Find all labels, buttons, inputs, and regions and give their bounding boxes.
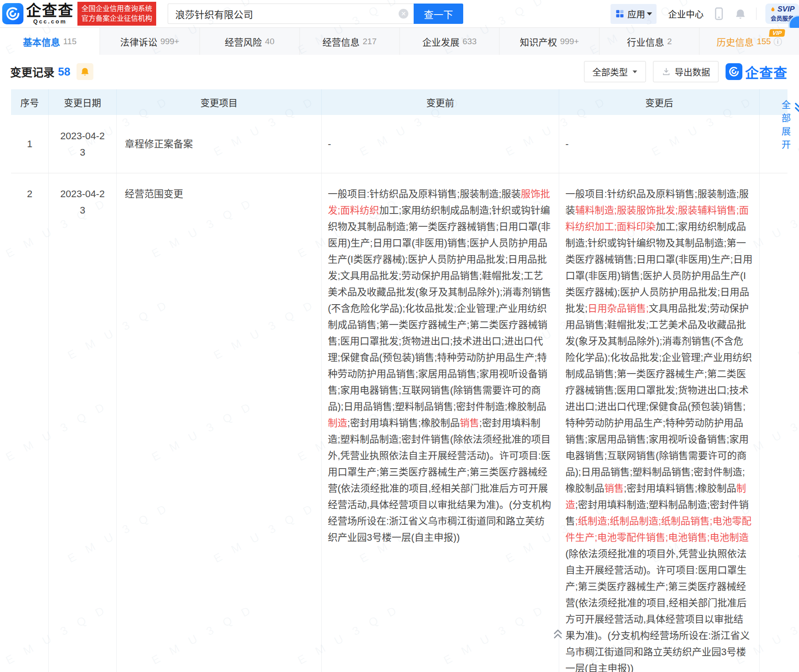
- header-right: 应用 企业中心 SVIP: [611, 0, 799, 27]
- filter-type-button[interactable]: 全部类型: [584, 61, 646, 82]
- tab-basic-info[interactable]: 基本信息115: [0, 28, 100, 55]
- col-header-date: 变更日期: [49, 89, 117, 115]
- row-after: -: [559, 115, 760, 173]
- info-circle-icon[interactable]: ⓘ: [773, 35, 782, 47]
- table-header-row: 序号 变更日期 变更项目 变更前 变更后: [11, 89, 787, 115]
- qcc-watermark-logo: 企查查: [726, 62, 787, 82]
- section-toolbar: 全部类型 导出数据 企查查: [577, 61, 787, 82]
- export-data-button[interactable]: 导出数据: [653, 61, 718, 82]
- notification-bell-icon[interactable]: [734, 8, 746, 20]
- vip-badge: VIP: [769, 29, 785, 37]
- row-after: 一般项目:针纺织品及原料销售;服装制造;服装辅料制造;服装服饰批发;服装辅料销售…: [559, 173, 760, 672]
- col-header-item: 变更项目: [117, 89, 322, 115]
- search-box: ✕: [168, 4, 414, 24]
- qcc-history-page: 企查查 Qcc.com 全国企业信用查询系统 官方备案企业征信机构 ✕ 查一下: [0, 0, 799, 672]
- tab-bar: 基本信息115 法律诉讼999+ 经营风险40 经营信息217 企业发展633 …: [0, 27, 799, 55]
- row-before: 一般项目:针纺织品及原料销售;服装制造;服装服饰批发;面料纺织加工;家用纺织制成…: [322, 173, 559, 672]
- row-no: 1: [11, 115, 49, 173]
- tab-history-info[interactable]: VIP 历史信息155 ⓘ: [699, 28, 799, 55]
- collapse-double-chevron-up-icon[interactable]: [552, 628, 564, 642]
- mobile-phone-icon[interactable]: [713, 7, 725, 20]
- flame-icon: [770, 6, 776, 13]
- enterprise-center-link[interactable]: 企业中心: [668, 8, 703, 20]
- clear-search-icon[interactable]: ✕: [399, 9, 408, 19]
- download-icon: [661, 67, 671, 76]
- tab-intellectual-property[interactable]: 知识产权999+: [499, 28, 599, 55]
- tab-industry-info[interactable]: 行业信息2: [599, 28, 699, 55]
- row-no: 2: [11, 173, 49, 672]
- apps-grid-icon: [615, 9, 625, 19]
- row-date: 2023-04-23: [49, 115, 117, 173]
- change-record-section-bar: 变更记录 58 全部类型 导出数据: [0, 55, 799, 88]
- chevron-down-icon: [647, 12, 652, 15]
- section-count: 58: [58, 65, 70, 78]
- top-header: 企查查 Qcc.com 全国企业信用查询系统 官方备案企业征信机构 ✕ 查一下: [0, 0, 799, 27]
- apps-menu[interactable]: 应用: [611, 4, 657, 24]
- credential-badge: 全国企业信用查询系统 官方备案企业征信机构: [77, 2, 156, 26]
- change-record-table: 序号 变更日期 变更项目 变更前 变更后 1 2023-04-23 章程修正案备…: [11, 89, 787, 672]
- search-input[interactable]: [175, 8, 388, 19]
- col-header-no: 序号: [11, 89, 49, 115]
- row-expand-cell: [760, 173, 787, 672]
- qcc-logo[interactable]: 企查查 Qcc.com: [2, 3, 74, 25]
- section-title: 变更记录: [10, 64, 54, 80]
- qcc-logo-icon: [2, 3, 23, 24]
- table-row: 2 2023-04-23 经营范围变更 一般项目:针纺织品及原料销售;服装制造;…: [11, 173, 787, 672]
- expand-all-button[interactable]: 全部展开: [779, 100, 792, 153]
- tab-enterprise-development[interactable]: 企业发展633: [400, 28, 500, 55]
- row-item: 经营范围变更: [117, 173, 322, 672]
- tab-legal-litigation[interactable]: 法律诉讼999+: [100, 28, 200, 55]
- col-header-before: 变更前: [322, 89, 559, 115]
- table-row: 1 2023-04-23 章程修正案备案 - -: [11, 115, 787, 173]
- orange-bell-icon: [80, 67, 90, 76]
- tab-operating-risk[interactable]: 经营风险40: [200, 28, 300, 55]
- tab-operating-info[interactable]: 经营信息217: [300, 28, 400, 55]
- row-date: 2023-04-23: [49, 173, 117, 672]
- search-button[interactable]: 查一下: [414, 4, 463, 24]
- subscribe-bell-button[interactable]: [77, 63, 93, 80]
- row-before: -: [322, 115, 559, 173]
- row-item: 章程修正案备案: [117, 115, 322, 173]
- apps-label: 应用: [627, 8, 645, 20]
- double-chevron-down-icon[interactable]: [793, 101, 799, 116]
- col-header-after: 变更后: [559, 89, 760, 115]
- chevron-down-icon: [633, 70, 637, 73]
- header-divider: [756, 8, 757, 20]
- qcc-logo-text: 企查查 Qcc.com: [26, 3, 74, 25]
- search-group: ✕ 查一下: [168, 4, 463, 24]
